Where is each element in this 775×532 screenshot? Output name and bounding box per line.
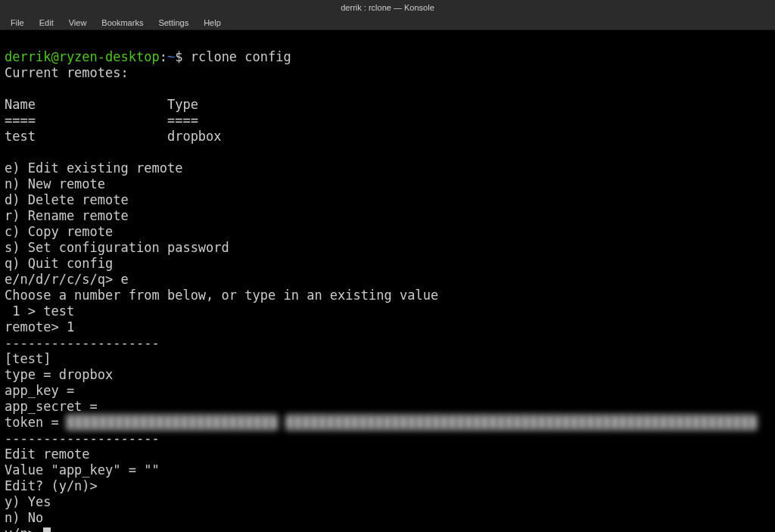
menu-file[interactable]: File xyxy=(3,17,32,29)
output-line: c) Copy remote xyxy=(5,224,113,239)
output-line: app_key = xyxy=(5,383,82,398)
output-line: Value "app_key" = "" xyxy=(5,462,160,478)
output-line: s) Set configuration password xyxy=(5,240,229,255)
output-line: r) Rename remote xyxy=(5,208,129,223)
output-line: Edit? (y/n)> xyxy=(5,478,98,493)
command-text: rclone config xyxy=(191,49,291,64)
prompt-user-host: derrik@ryzen-desktop xyxy=(5,49,160,64)
menu-help[interactable]: Help xyxy=(196,17,229,29)
output-line: y) Yes xyxy=(5,494,51,509)
prompt-dollar: $ xyxy=(175,49,190,64)
menubar: File Edit View Bookmarks Settings Help xyxy=(0,15,775,30)
output-line: y/n> xyxy=(5,526,43,532)
output-line: q) Quit config xyxy=(5,256,113,271)
output-line: [test] xyxy=(5,351,51,366)
menu-bookmarks[interactable]: Bookmarks xyxy=(94,17,151,29)
output-line: -------------------- xyxy=(5,431,160,446)
output-line: remote> 1 xyxy=(5,319,74,334)
window-title: derrik : rclone — Konsole xyxy=(341,3,434,12)
output-line: Name Type xyxy=(5,97,198,112)
output-line: Choose a number from below, or type in a… xyxy=(5,288,438,303)
terminal-area[interactable]: derrik@ryzen-desktop:~$ rclone config Cu… xyxy=(0,30,775,532)
menu-settings[interactable]: Settings xyxy=(151,17,196,29)
output-line: Current remotes: xyxy=(5,65,129,80)
output-line: -------------------- xyxy=(5,335,160,350)
output-line: e) Edit existing remote xyxy=(5,160,182,176)
output-line: d) Delete remote xyxy=(5,192,129,207)
output-line: type = dropbox xyxy=(5,367,113,382)
cursor-icon xyxy=(43,527,51,532)
output-line: 1 > test xyxy=(5,303,74,319)
output-line: Edit remote xyxy=(5,446,90,462)
output-line: n) No xyxy=(5,510,43,525)
output-line: e/n/d/r/c/s/q> e xyxy=(5,272,129,287)
output-line: app_secret = xyxy=(5,399,105,414)
output-token-label: token = xyxy=(5,415,67,430)
output-line: test dropbox xyxy=(5,129,222,144)
output-line: n) New remote xyxy=(5,176,105,191)
window-titlebar: derrik : rclone — Konsole xyxy=(0,0,775,15)
prompt-path: ~ xyxy=(167,49,175,64)
output-token-blurred: ██████████████████████████ █████████████… xyxy=(67,415,757,430)
menu-view[interactable]: View xyxy=(61,17,95,29)
menu-edit[interactable]: Edit xyxy=(32,17,61,29)
output-line: ==== ==== xyxy=(5,113,198,128)
prompt-colon: : xyxy=(160,49,167,64)
